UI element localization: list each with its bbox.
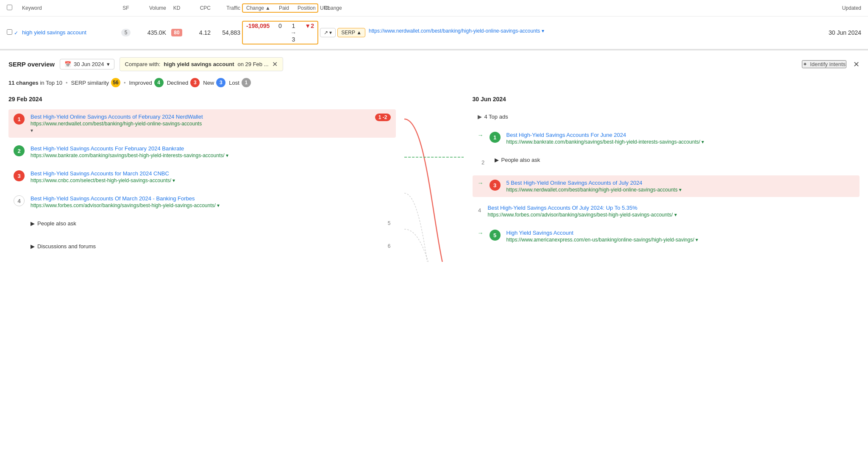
left-pos-badge-2: 2: [14, 145, 25, 156]
declined-label: Declined: [167, 80, 189, 86]
lost-label: Lost: [229, 80, 239, 86]
left-pos-badge-4: 4: [14, 195, 25, 206]
row-traffic: 54,883: [211, 29, 240, 36]
changes-in-label: in Top 10: [40, 80, 62, 86]
connector-svg: [404, 96, 464, 262]
left-serp-item-2: 2 Best High-Yield Savings Accounts For F…: [8, 141, 396, 163]
row-check: ✓: [7, 29, 22, 36]
col-traffic-header: Traffic: [211, 5, 240, 11]
top-ads-item: ▶ 4 Top ads: [478, 114, 855, 120]
row-checkbox[interactable]: [7, 29, 12, 35]
left-serp-url-3: https://www.cnbc.com/select/best-high-yi…: [31, 178, 391, 183]
right-serp-url-4: https://www.forbes.com/advisor/banking/s…: [488, 212, 855, 218]
identify-intents-button[interactable]: ✦ Identify intents: [802, 60, 846, 68]
people-ask-label-r2: People also ask: [501, 157, 540, 163]
sf-header-label: SF: [122, 5, 129, 11]
left-serp-content-2: Best High-Yield Savings Accounts For Feb…: [31, 145, 391, 158]
right-serp-item-1: → 1 Best High-Yield Savings Accounts For…: [473, 128, 860, 149]
right-pos-badge-5: 5: [490, 230, 501, 241]
serp-comparison-grid: 29 Feb 2024 1 Best High-Yield Online Sav…: [8, 96, 860, 262]
new-stat: New 3: [203, 78, 225, 87]
keyword-link[interactable]: high yield savings account: [22, 29, 86, 36]
left-serp-url-4: https://www.forbes.com/advisor/banking/s…: [31, 202, 391, 208]
right-serp-title-5[interactable]: High Yield Savings Account: [506, 230, 855, 236]
right-serp-special-2: ▶ People also ask: [495, 157, 855, 163]
stats-bar: 11 changes in Top 10 • SERP similarity 5…: [8, 78, 860, 87]
kd-header-label: KD: [173, 5, 181, 11]
left-serp-item-4: 4 Best High-Yield Savings Accounts Of Ma…: [8, 191, 396, 213]
discussions-label-6: Discussions and forums: [37, 243, 96, 250]
col-url-header: URL: [320, 5, 806, 11]
right-pos-badge-1: 1: [490, 132, 501, 143]
serp-right-column: 30 Jun 2024 ▶ 4 Top ads → 1 Best High-Yi…: [464, 96, 860, 262]
row-volume: 435.0K: [136, 29, 166, 36]
declined-badge: 3: [190, 78, 200, 87]
cpc-header-label: CPC: [200, 5, 211, 11]
sf-value: 5: [121, 29, 131, 36]
improved-badge: 4: [154, 78, 164, 87]
url-link[interactable]: https://www.nerdwallet.com/best/banking/…: [369, 28, 544, 34]
new-badge: 3: [216, 78, 225, 87]
chevron-down-icon: ▾: [107, 61, 110, 67]
date-picker-label: 30 Jun 2024: [74, 61, 104, 67]
table-header-row: Keyword SF Volume KD CPC Traffic Change …: [0, 0, 868, 17]
right-date-heading: 30 Jun 2024: [473, 96, 860, 103]
expand-icon-6: ▶: [31, 243, 35, 250]
col-updated-header: Updated: [806, 5, 861, 11]
serp-button[interactable]: SERP ▲: [337, 28, 365, 37]
row-kd: 80: [166, 29, 187, 36]
left-serp-title-4[interactable]: Best High-Yield Savings Accounts Of Marc…: [31, 195, 391, 202]
left-serp-title-1[interactable]: Best High-Yield Online Savings Accounts …: [31, 114, 371, 120]
similarity-stat: SERP similarity 56: [71, 78, 120, 87]
right-pos-num-2: 2: [478, 157, 489, 168]
serp-overview-title: SERP overview: [8, 61, 55, 68]
table-row: ✓ high yield savings account 5 435.0K 80…: [0, 17, 868, 49]
right-serp-url-1: https://www.bankrate.com/banking/savings…: [506, 139, 855, 145]
col-volume-header: Volume: [136, 5, 166, 11]
left-badge-group-1: 1 -2: [375, 114, 391, 121]
position-col-header: Position: [298, 5, 316, 11]
left-serp-content-4: Best High-Yield Savings Accounts Of Marc…: [31, 195, 391, 208]
left-pos-num-6: [14, 243, 25, 254]
trend-button[interactable]: ↗ ▾: [320, 28, 336, 37]
improved-stat: Improved 4: [129, 78, 163, 87]
left-serp-item-1: 1 Best High-Yield Online Savings Account…: [8, 109, 396, 138]
new-label: New: [203, 80, 214, 86]
select-all-checkbox[interactable]: [7, 5, 12, 10]
compare-text: Compare with:: [125, 61, 161, 67]
left-serp-item-5: ▶ People also ask 5: [8, 216, 396, 236]
declined-stat: Declined 3: [167, 78, 200, 87]
left-pos-num-5: [14, 220, 25, 231]
updated-header-label: Updated: [842, 5, 861, 11]
connector-area: [404, 96, 464, 262]
lost-badge: 1: [242, 78, 251, 87]
verified-icon: ✓: [14, 30, 18, 36]
close-panel-button[interactable]: ✕: [853, 60, 860, 69]
right-serp-title-3[interactable]: 5 Best High-Yield Online Savings Account…: [506, 180, 855, 186]
left-serp-title-3[interactable]: Best High-Yield Savings Accounts for Mar…: [31, 170, 391, 177]
traffic-header-label: Traffic: [226, 5, 240, 11]
arrow-to-1: →: [478, 132, 484, 139]
row-updated: 30 Jun 2024: [806, 29, 861, 36]
changes-label: 11 changes in Top 10: [8, 80, 62, 86]
right-serp-item-5: → 5 High Yield Savings Account https://w…: [473, 225, 860, 247]
date-picker-button[interactable]: 📅 30 Jun 2024 ▾: [60, 59, 114, 69]
right-serp-content-4: Best High-Yield Savings Accounts Of July…: [488, 205, 855, 218]
lost-stat: Lost 1: [229, 78, 251, 87]
close-compare-button[interactable]: ✕: [272, 60, 278, 68]
cpc-value: 4.12: [199, 29, 211, 36]
left-serp-title-2[interactable]: Best High-Yield Savings Accounts For Feb…: [31, 145, 391, 152]
expand-icon-ads[interactable]: ▶: [478, 114, 482, 120]
compare-keyword: high yield savings account: [164, 61, 234, 67]
volume-value: 435.0K: [147, 29, 166, 36]
col-cpc-header: CPC: [187, 5, 211, 11]
paid-value: 0: [278, 22, 282, 29]
position-value: 1 → 3: [290, 22, 296, 43]
serp-header-right: ✦ Identify intents ✕: [802, 60, 860, 69]
decline-badge-1: 1 -2: [375, 114, 391, 121]
left-serp-item-3: 3 Best High-Yield Savings Accounts for M…: [8, 166, 396, 188]
right-serp-title-1[interactable]: Best High-Yield Savings Accounts For Jun…: [506, 132, 855, 138]
right-serp-title-4[interactable]: Best High-Yield Savings Accounts Of July…: [488, 205, 855, 211]
change2-value: ▼2: [305, 22, 314, 29]
left-serp-item-6: ▶ Discussions and forums 6: [8, 239, 396, 258]
